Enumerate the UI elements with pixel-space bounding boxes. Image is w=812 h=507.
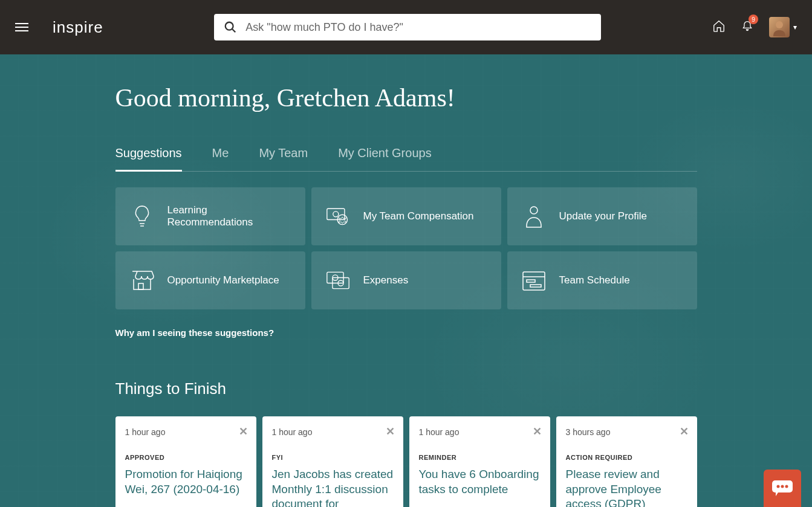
task-title[interactable]: Please review and approve Employee acces… <box>566 467 687 507</box>
schedule-icon <box>522 268 546 292</box>
tab-me[interactable]: Me <box>212 146 229 171</box>
svg-rect-9 <box>138 283 143 289</box>
card-expenses[interactable]: Expenses <box>311 251 501 309</box>
notification-badge: 9 <box>749 15 758 24</box>
tab-bar: Suggestions Me My Team My Client Groups <box>115 146 697 172</box>
task-card: 1 hour ago ✕ FYI Jen Jacobs has created … <box>262 416 403 507</box>
profile-icon <box>522 204 546 228</box>
page-title: Good morning, Gretchen Adams! <box>115 54 697 112</box>
task-status: ACTION REQUIRED <box>566 454 687 461</box>
avatar <box>769 17 790 37</box>
svg-rect-17 <box>530 285 541 287</box>
task-status: APPROVED <box>125 454 247 461</box>
tab-my-client-groups[interactable]: My Client Groups <box>338 146 432 171</box>
task-status: FYI <box>272 454 394 461</box>
svg-point-8 <box>530 207 538 214</box>
home-icon[interactable] <box>712 19 726 35</box>
card-team-compensation[interactable]: My Team Compensation <box>311 187 501 245</box>
task-time: 3 hours ago <box>566 427 687 437</box>
app-header: inspire 9 ▾ <box>0 0 812 54</box>
svg-point-0 <box>226 22 233 30</box>
svg-point-6 <box>333 212 338 217</box>
tab-my-team[interactable]: My Team <box>259 146 308 171</box>
task-time: 1 hour ago <box>125 427 247 437</box>
app-logo[interactable]: inspire <box>53 18 103 37</box>
why-suggestions-link[interactable]: Why am I seeing these suggestions? <box>115 328 274 338</box>
task-status: REMINDER <box>419 454 541 461</box>
tab-suggestions[interactable]: Suggestions <box>115 146 182 171</box>
svg-point-20 <box>781 485 784 488</box>
svg-line-1 <box>232 29 236 33</box>
things-to-finish-title: Things to Finish <box>115 379 697 398</box>
task-time: 1 hour ago <box>272 427 394 437</box>
chevron-down-icon: ▾ <box>793 23 797 31</box>
close-icon[interactable]: ✕ <box>533 426 542 437</box>
search-icon <box>224 21 237 34</box>
task-title[interactable]: You have 6 Onboarding tasks to complete <box>419 467 541 497</box>
task-time: 1 hour ago <box>419 427 541 437</box>
svg-point-19 <box>777 485 780 488</box>
close-icon[interactable]: ✕ <box>680 426 689 437</box>
task-card: 3 hours ago ✕ ACTION REQUIRED Please rev… <box>556 416 697 507</box>
suggestion-cards: Learning Recommendations My Team Compens… <box>115 187 697 309</box>
card-opportunity-marketplace[interactable]: Opportunity Marketplace <box>115 251 305 309</box>
menu-icon[interactable] <box>15 21 28 34</box>
card-label: My Team Compensation <box>363 210 474 222</box>
chat-button[interactable] <box>764 470 801 507</box>
task-title[interactable]: Jen Jacobs has created Monthly 1:1 discu… <box>272 467 394 507</box>
svg-point-21 <box>785 485 788 488</box>
expenses-icon <box>326 268 350 292</box>
close-icon[interactable]: ✕ <box>239 426 248 437</box>
logo-text: inspire <box>53 18 103 36</box>
task-cards: 1 hour ago ✕ APPROVED Promotion for Haiq… <box>115 416 697 507</box>
svg-point-2 <box>776 21 783 28</box>
card-label: Opportunity Marketplace <box>167 274 279 286</box>
card-label: Expenses <box>363 274 409 286</box>
card-label: Team Schedule <box>559 274 630 286</box>
card-team-schedule[interactable]: Team Schedule <box>507 251 697 309</box>
task-card: 1 hour ago ✕ REMINDER You have 6 Onboard… <box>409 416 550 507</box>
task-title[interactable]: Promotion for Haiqiong Wei, 267 (2020-04… <box>125 467 247 497</box>
compensation-icon <box>326 204 350 228</box>
marketplace-icon <box>130 268 154 292</box>
card-update-profile[interactable]: Update your Profile <box>507 187 697 245</box>
card-label: Learning Recommendations <box>167 204 291 228</box>
notifications-icon[interactable]: 9 <box>741 19 753 35</box>
user-menu[interactable]: ▾ <box>769 17 797 37</box>
close-icon[interactable]: ✕ <box>386 426 395 437</box>
lightbulb-icon <box>130 204 154 228</box>
search-input[interactable] <box>245 21 591 34</box>
card-label: Update your Profile <box>559 210 648 222</box>
task-card: 1 hour ago ✕ APPROVED Promotion for Haiq… <box>115 416 256 507</box>
svg-rect-16 <box>527 280 535 282</box>
search-box[interactable] <box>214 14 601 40</box>
card-learning-recommendations[interactable]: Learning Recommendations <box>115 187 305 245</box>
